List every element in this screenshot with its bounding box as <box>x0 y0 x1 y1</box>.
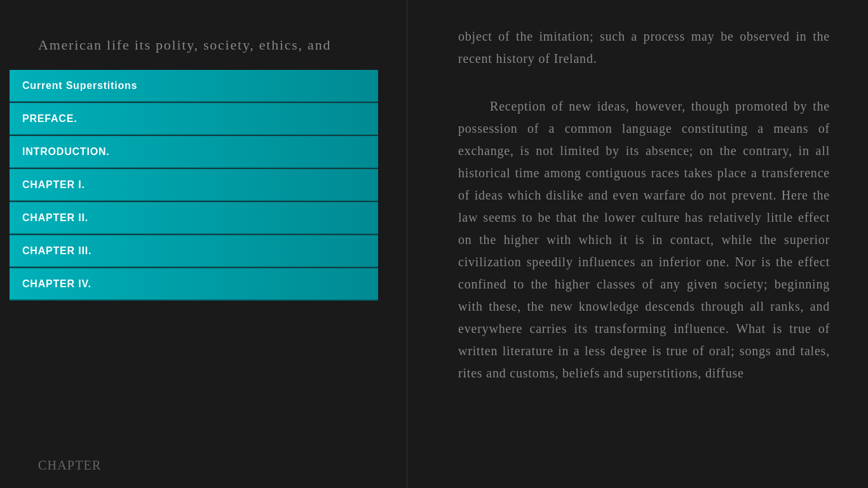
toc-item-chapter-2[interactable]: CHAPTER II. <box>10 202 378 234</box>
left-top-text: American life its polity, society, ethic… <box>0 0 407 55</box>
toc-item-chapter-1[interactable]: CHAPTER I. <box>10 169 378 201</box>
toc-item-preface[interactable]: PREFACE. <box>10 103 378 135</box>
left-panel: American life its polity, society, ethic… <box>0 0 407 488</box>
toc-item-current-superstitions[interactable]: Current Superstitions <box>10 70 378 102</box>
toc-overlay: Current SuperstitionsPREFACE.INTRODUCTIO… <box>10 70 378 301</box>
toc-item-chapter-3[interactable]: CHAPTER III. <box>10 235 378 267</box>
right-text-content: object of the imitation; such a process … <box>458 25 830 384</box>
right-paragraph-2: Reception of new ideas, however, though … <box>458 95 830 384</box>
toc-item-chapter-4[interactable]: CHAPTER IV. <box>10 268 378 300</box>
toc-item-introduction[interactable]: INTRODUCTION. <box>10 136 378 168</box>
right-panel: object of the imitation; such a process … <box>407 0 868 488</box>
right-paragraph-1: object of the imitation; such a process … <box>458 25 830 70</box>
left-bottom-chapter-text: CHAPTER <box>0 455 407 488</box>
main-container: American life its polity, society, ethic… <box>0 0 868 488</box>
